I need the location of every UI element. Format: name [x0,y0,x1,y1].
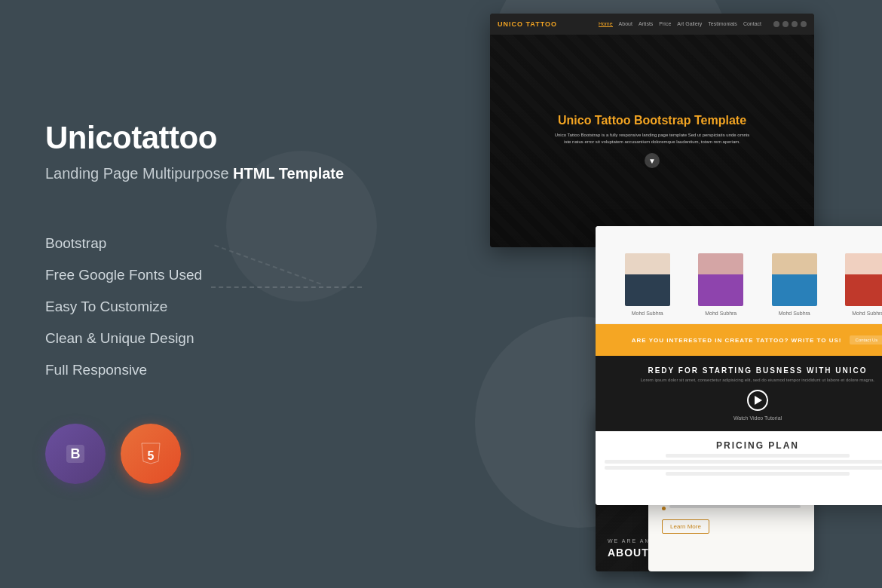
pricing-line-3 [605,466,882,470]
avatar-2 [698,253,743,306]
nav-gallery: Art Gallery [677,21,702,27]
tech-icons: B 5 [45,424,347,484]
hero-content: Unico Tattoo Bootstrap Template Unico Ta… [490,35,814,247]
team-member-1: Mohd Subhra [625,253,670,323]
video-section: REDY FOR STARTING BUSNESS WITH UNICO Lor… [596,356,882,431]
nav-contact: Contact [743,21,761,27]
nav-testimonials: Testimonials [708,21,737,27]
hero-navbar: UNICO TATTOO Home About Artists Price Ar… [490,14,814,35]
feature-customize: Easy To Customize [45,291,347,323]
avatar-4 [845,253,882,306]
feature-google-fonts: Free Google Fonts Used [45,259,347,291]
team-section: Mohd Subhra Mohd Subhra Mohd Subhra Mohd… [596,226,882,324]
hero-scroll-icon: ▼ [645,153,660,168]
cta-button: Contact Us [850,335,882,345]
social-f [773,21,779,27]
pricing-title: PRICING PLAN [716,440,799,451]
video-title: REDY FOR STARTING BUSNESS WITH UNICO [648,366,867,375]
bootstrap-icon: B [45,424,106,484]
cta-text: ARE YOU INTERESTED IN CREATE TATTOO? WRI… [632,337,842,344]
video-label: Watch Video Tutorial [733,415,782,421]
product-subtitle: Landing Page Multipurpose HTML Template [45,165,347,182]
meat-text-4 [669,505,801,508]
nav-price: Price [659,21,671,27]
pricing-line-1 [666,454,850,458]
avatar-3 [772,253,817,306]
play-icon [755,396,762,405]
team-name-3: Mohd Subhra [779,311,810,316]
hero-title-text: Unico Tattoo [558,114,634,127]
hero-title: Unico Tattoo Bootstrap Template [558,114,746,127]
nav-home: Home [599,21,613,27]
product-title: Unicotattoo [45,120,347,156]
hero-title-suffix: Template [691,114,747,127]
pricing-line-4 [666,472,850,476]
svg-text:5: 5 [148,449,155,462]
cta-section: ARE YOU INTERESTED IN CREATE TATTOO? WRI… [596,324,882,356]
hero-nav-items: Home About Artists Price Art Gallery Tes… [599,21,761,27]
pricing-section: PRICING PLAN [596,431,882,505]
svg-text:B: B [71,446,81,461]
meat-list-item-4 [662,505,801,510]
play-button [747,390,768,411]
subtitle-prefix: Landing Page Multipurpose [45,165,233,182]
team-name-2: Mohd Subhra [705,311,737,316]
hero-social-icons [773,21,807,27]
team-member-2: Mohd Subhra [698,253,743,323]
pricing-line-2 [605,460,882,464]
feature-responsive: Full Responsive [45,354,347,386]
bullet-4 [662,507,666,510]
feature-clean-design: Clean & Unique Design [45,323,347,354]
right-panel: UNICO TATTOO Home About Artists Price Ar… [309,0,882,588]
nav-about: About [619,21,632,27]
social-t [782,21,789,27]
hero-bg: Unico Tattoo Bootstrap Template Unico Ta… [490,35,814,247]
team-member-3: Mohd Subhra [772,253,817,323]
html5-icon: 5 [121,424,181,484]
avatar-1 [625,253,670,306]
feature-bootstrap: Bootstrap [45,228,347,259]
hero-screenshot: UNICO TATTOO Home About Artists Price Ar… [490,14,814,247]
hero-logo: UNICO TATTOO [498,20,557,28]
video-desc: Lorem ipsum dolor sit amet, consectetur … [641,378,875,382]
team-name-4: Mohd Subhra [852,311,882,316]
team-member-4: Mohd Subhra [845,253,882,323]
business-screenshot: Mohd Subhra Mohd Subhra Mohd Subhra Mohd… [596,226,882,505]
pricing-lines [605,454,882,476]
team-name-1: Mohd Subhra [632,311,663,316]
left-panel: Unicotattoo Landing Page Multipurpose HT… [45,0,347,588]
social-g [792,21,798,27]
learn-more-button[interactable]: Learn More [662,519,709,534]
features-list: Bootstrap Free Google Fonts Used Easy To… [45,228,347,386]
social-p [801,21,807,27]
hero-title-colored: Bootstrap [634,114,691,127]
hero-description: Unico Tattoo Bootstrap is a fully respon… [554,132,750,145]
nav-artists: Artists [639,21,653,27]
